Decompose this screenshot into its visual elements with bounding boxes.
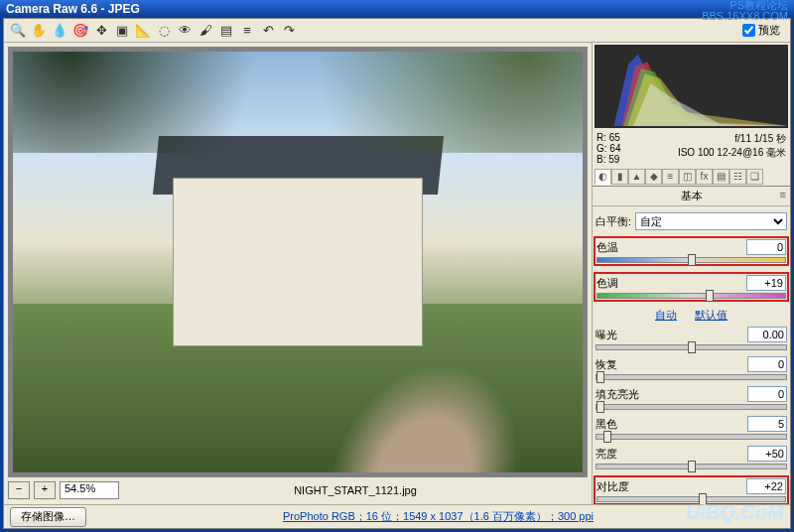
zoom-bar: − + 54.5% NIGHT_START_1121.jpg [8, 480, 588, 500]
slider-fill-track[interactable] [596, 404, 787, 410]
watermark-top: PS教程论坛 BBS.16XX8.COM [702, 0, 788, 22]
footer: 存储图像… ProPhoto RGB；16 位；1549 x 1037（1.6 … [4, 504, 790, 528]
slider-black-label: 黑色 [596, 417, 617, 432]
slider-exposure-track[interactable] [596, 344, 787, 350]
slider-black-value[interactable]: 5 [747, 416, 787, 432]
slider-bright-label: 亮度 [596, 447, 617, 462]
wb-eyedropper-icon[interactable]: 💧 [50, 21, 69, 41]
info-readout: R: 65 G: 64 B: 59 f/11 1/15 秒 ISO 100 12… [593, 130, 790, 167]
zoom-in-button[interactable]: + [34, 481, 56, 499]
slider-temp-value[interactable]: 0 [746, 239, 786, 255]
preview-check-input[interactable] [742, 24, 755, 37]
slider-exposure-label: 曝光 [596, 328, 617, 342]
panel-title: 基本 [593, 187, 790, 206]
slider-bright-track[interactable] [596, 464, 787, 469]
slider-exposure-thumb[interactable] [688, 341, 696, 353]
readout-r: R: 65 [596, 132, 620, 143]
zoom-out-button[interactable]: − [8, 481, 30, 499]
readout-exposure: f/11 1/15 秒 [678, 132, 786, 146]
toolbar: 🔍 ✋ 💧 🎯 ✥ ▣ 📐 ◌ 👁 🖌 ▤ ≡ ↶ ↷ 预览 [4, 19, 790, 43]
slider-fill-thumb[interactable] [596, 401, 604, 413]
zoom-select[interactable]: 54.5% [60, 481, 119, 499]
slider-tint-label: 色调 [596, 276, 618, 291]
slider-black: 黑色 5 [596, 416, 787, 440]
watermark-bottom: UiBQ.CoM [686, 501, 784, 524]
window-title: Camera Raw 6.6 - JPEG [6, 2, 140, 16]
tab-detail-icon[interactable]: ▲ [628, 169, 645, 185]
app-frame: 🔍 ✋ 💧 🎯 ✥ ▣ 📐 ◌ 👁 🖌 ▤ ≡ ↶ ↷ 预览 [3, 18, 791, 529]
preview-label: 预览 [758, 23, 780, 38]
tab-lens-icon[interactable]: ◫ [679, 169, 696, 185]
color-sampler-icon[interactable]: 🎯 [70, 21, 90, 41]
slider-fill-value[interactable]: 0 [747, 386, 787, 402]
zoom-icon[interactable]: 🔍 [8, 21, 28, 41]
prefs-icon[interactable]: ≡ [237, 21, 257, 41]
right-panel: R: 65 G: 64 B: 59 f/11 1/15 秒 ISO 100 12… [592, 43, 790, 504]
slider-bright: 亮度 +50 [596, 446, 787, 469]
slider-temp-label: 色温 [596, 240, 618, 255]
histogram[interactable] [595, 45, 788, 128]
save-image-button[interactable]: 存储图像… [10, 507, 86, 527]
wb-label: 白平衡: [596, 214, 631, 229]
rotate-cw-icon[interactable]: ↷ [279, 21, 299, 41]
main-area: − + 54.5% NIGHT_START_1121.jpg R: 65 [4, 43, 790, 504]
grad-icon[interactable]: ▤ [216, 21, 236, 41]
straighten-icon[interactable]: 📐 [133, 21, 153, 41]
readout-g: G: 64 [596, 143, 620, 154]
slider-tint-value[interactable]: +19 [746, 275, 786, 291]
tab-curve-icon[interactable]: ▮ [611, 169, 628, 185]
slider-black-thumb[interactable] [603, 431, 611, 443]
hand-icon[interactable]: ✋ [29, 21, 49, 41]
target-adjust-icon[interactable]: ✥ [91, 21, 111, 41]
tab-snapshot-icon[interactable]: ❏ [746, 169, 763, 185]
slider-contrast-value[interactable]: +22 [746, 478, 786, 494]
slider-fill: 填充亮光 0 [596, 386, 787, 410]
slider-contrast: 对比度 +22 [594, 475, 789, 504]
tab-split-icon[interactable]: ≡ [662, 169, 679, 185]
workflow-link[interactable]: ProPhoto RGB；16 位；1549 x 1037（1.6 百万像素）；… [92, 509, 784, 524]
tab-hsl-icon[interactable]: ◆ [645, 169, 662, 185]
slider-tint-track[interactable] [596, 293, 786, 299]
slider-exposure-value[interactable]: 0.00 [747, 327, 787, 342]
redeye-icon[interactable]: 👁 [175, 21, 195, 41]
basic-panel: 白平衡: 自定 色温 0 色调 +19 自动 默认值 [593, 206, 790, 504]
tab-preset-icon[interactable]: ☷ [729, 169, 746, 185]
slider-temp-thumb[interactable] [688, 254, 696, 266]
slider-recovery: 恢复 0 [596, 356, 787, 380]
slider-tint: 色调 +19 [594, 272, 789, 302]
tab-fx-icon[interactable]: fx [696, 169, 713, 185]
panel-tabs: ◐ ▮ ▲ ◆ ≡ ◫ fx ▤ ☷ ❏ [593, 169, 790, 187]
slider-bright-thumb[interactable] [688, 461, 696, 472]
rotate-ccw-icon[interactable]: ↶ [258, 21, 278, 41]
slider-contrast-label: 对比度 [596, 479, 629, 494]
slider-recovery-value[interactable]: 0 [747, 356, 787, 372]
slider-recovery-thumb[interactable] [596, 371, 604, 383]
default-link[interactable]: 默认值 [695, 308, 728, 323]
slider-temp: 色温 0 [594, 236, 789, 266]
brush-icon[interactable]: 🖌 [196, 21, 215, 41]
slider-recovery-track[interactable] [596, 374, 787, 380]
preview-checkbox[interactable]: 预览 [742, 23, 780, 38]
tab-calib-icon[interactable]: ▤ [713, 169, 729, 185]
slider-bright-value[interactable]: +50 [747, 446, 787, 462]
slider-recovery-label: 恢复 [596, 357, 617, 372]
preview-pane: − + 54.5% NIGHT_START_1121.jpg [4, 43, 592, 504]
title-bar: Camera Raw 6.6 - JPEG [0, 0, 794, 18]
slider-fill-label: 填充亮光 [596, 387, 639, 402]
crop-icon[interactable]: ▣ [112, 21, 132, 41]
wb-select[interactable]: 自定 [635, 212, 787, 230]
slider-tint-thumb[interactable] [706, 290, 714, 302]
readout-iso: ISO 100 12-24@16 毫米 [678, 146, 786, 160]
auto-link[interactable]: 自动 [655, 308, 677, 323]
readout-b: B: 59 [596, 154, 620, 165]
filename-label: NIGHT_START_1121.jpg [123, 484, 588, 496]
slider-black-track[interactable] [596, 434, 787, 440]
slider-exposure: 曝光 0.00 [596, 327, 787, 350]
spot-icon[interactable]: ◌ [154, 21, 174, 41]
tab-basic-icon[interactable]: ◐ [595, 169, 611, 185]
slider-temp-track[interactable] [596, 257, 786, 263]
image-canvas[interactable] [8, 47, 588, 477]
